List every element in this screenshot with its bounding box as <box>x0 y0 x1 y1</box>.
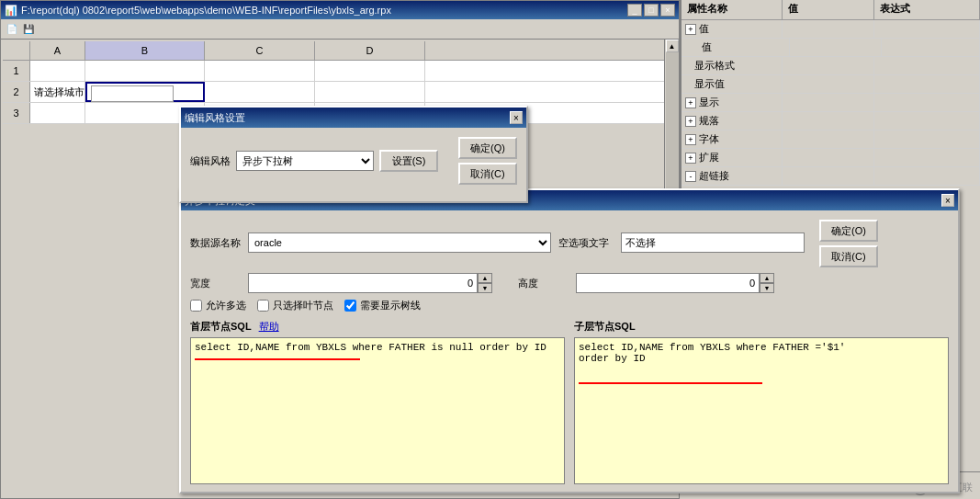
row-num-1: 1 <box>3 61 30 81</box>
prop-name-4: + 显示 <box>681 94 783 111</box>
toolbar: 📄 💾 <box>1 19 679 40</box>
height-input[interactable] <box>576 273 760 293</box>
save-icon[interactable]: 💾 <box>21 22 36 37</box>
list-item: + 规落 <box>681 112 980 130</box>
edit-style-select[interactable]: 异步下拉树 下拉框 文本框 日期 <box>236 151 374 171</box>
minimize-button[interactable]: _ <box>627 4 642 17</box>
new-icon[interactable]: 📄 <box>5 22 19 37</box>
expand-icon-4[interactable]: + <box>685 97 696 108</box>
prop-expr-7[interactable] <box>874 149 980 166</box>
datasource-select[interactable]: oracle mysql sqlserver <box>248 232 551 253</box>
prop-val-8[interactable] <box>783 167 874 185</box>
row-num-2: 2 <box>3 82 30 102</box>
cell-d1[interactable] <box>315 61 425 81</box>
col-header-c: C <box>205 41 315 60</box>
expand-icon-0[interactable]: + <box>685 24 696 35</box>
allow-multi-checkbox[interactable] <box>190 300 202 312</box>
expand-icon-6[interactable]: + <box>685 134 696 145</box>
list-item: 显示值 <box>681 75 980 94</box>
width-input[interactable] <box>248 273 478 293</box>
dialog-style-title-bar: 编辑风格设置 × <box>181 108 526 128</box>
cell-a2[interactable]: 请选择城市: <box>30 82 85 102</box>
prop-val-4[interactable] <box>783 94 874 111</box>
prop-name-0: + 值 <box>681 20 783 38</box>
prop-header-value: 值 <box>783 0 874 19</box>
width-down-button[interactable]: ▼ <box>478 283 492 293</box>
close-button[interactable]: × <box>660 4 675 17</box>
prop-val-1[interactable] <box>790 39 882 56</box>
dialog-style-title-text: 编辑风格设置 <box>185 111 245 125</box>
expand-icon-8[interactable]: - <box>685 171 696 182</box>
dialog-tree: 异步下拉树定义 × 数据源名称 oracle mysql sqlserver 空… <box>179 188 960 493</box>
checkbox-leaf-only: 只选择叶节点 <box>257 299 333 312</box>
cell-b1[interactable] <box>85 61 205 81</box>
top-sql-header: 首层节点SQL 帮助 <box>190 320 565 334</box>
show-lines-label: 需要显示树线 <box>360 299 421 312</box>
prop-expr-6[interactable] <box>874 130 980 148</box>
height-down-button[interactable]: ▼ <box>760 283 774 293</box>
prop-expr-0[interactable] <box>874 20 980 38</box>
leaf-only-checkbox[interactable] <box>257 300 269 312</box>
show-lines-checkbox[interactable] <box>344 300 356 312</box>
tree-cancel-button[interactable]: 取消(C) <box>819 245 878 267</box>
width-up-button[interactable]: ▲ <box>478 273 492 283</box>
height-up-button[interactable]: ▲ <box>760 273 774 283</box>
sub-sql-area[interactable]: select ID,NAME from YBXLS where FATHER =… <box>574 337 949 484</box>
maximize-button[interactable]: □ <box>644 4 659 17</box>
style-cancel-button[interactable]: 取消(C) <box>458 163 517 185</box>
prop-header-expr: 表达式 <box>874 0 980 19</box>
prop-expr-4[interactable] <box>874 94 980 111</box>
prop-expr-1[interactable] <box>882 39 980 56</box>
cell-b2-input[interactable] <box>91 85 174 102</box>
cell-a3[interactable] <box>30 103 85 123</box>
sub-sql-title: 子层节点SQL <box>574 320 636 334</box>
prop-expr-5[interactable] <box>874 112 980 130</box>
expand-icon-5[interactable]: + <box>685 116 696 127</box>
height-spinner: ▲ ▼ <box>576 273 774 293</box>
style-ok-button[interactable]: 确定(Q) <box>458 137 517 159</box>
list-item: + 扩展 <box>681 149 980 167</box>
prop-val-2[interactable] <box>783 57 874 74</box>
datasource-select-wrapper: oracle mysql sqlserver <box>248 232 551 253</box>
expand-icon-7[interactable]: + <box>685 153 696 164</box>
prop-name-7: + 扩展 <box>681 149 783 166</box>
cell-a1[interactable] <box>30 61 85 81</box>
prop-expr-8[interactable] <box>874 167 980 185</box>
prop-val-6[interactable] <box>783 130 874 148</box>
prop-name-5: + 规落 <box>681 112 783 130</box>
col-header-b: B <box>85 41 205 60</box>
checkbox-allow-multi: 允许多选 <box>190 299 246 312</box>
column-headers: A B C D <box>3 41 677 61</box>
prop-name-3: 显示值 <box>681 75 783 93</box>
dialog-tree-body: 数据源名称 oracle mysql sqlserver 空选项文字 确定(O)… <box>181 210 958 492</box>
list-item: 显示格式 <box>681 57 980 75</box>
prop-header-name: 属性名称 <box>681 0 783 19</box>
dialog-tree-close-button[interactable]: × <box>941 194 954 207</box>
sql-section: 首层节点SQL 帮助 select ID,NAME from YBXLS whe… <box>190 320 949 484</box>
prop-val-3[interactable] <box>783 75 874 93</box>
dialog-style-close-button[interactable]: × <box>510 111 523 124</box>
scroll-up-button[interactable]: ▲ <box>666 40 679 52</box>
prop-val-7[interactable] <box>783 149 874 166</box>
cell-c2[interactable] <box>205 82 315 102</box>
prop-expr-3[interactable] <box>874 75 980 93</box>
window-title: F:\report(dql) 0802\report5\web\webapps\… <box>21 5 391 16</box>
checkbox-row: 允许多选 只选择叶节点 需要显示树线 <box>190 299 949 312</box>
settings-button[interactable]: 设置(S) <box>379 150 438 172</box>
dialog-style: 编辑风格设置 × 编辑风格 异步下拉树 下拉框 文本框 日期 设置(S) 确定(… <box>179 106 528 203</box>
dialog-style-buttons: 确定(Q) 取消(C) <box>458 137 517 185</box>
height-label: 高度 <box>518 277 569 290</box>
empty-text-input[interactable] <box>621 232 805 253</box>
prop-expr-2[interactable] <box>874 57 980 74</box>
cell-c1[interactable] <box>205 61 315 81</box>
height-spinner-buttons: ▲ ▼ <box>760 273 774 293</box>
cell-b2[interactable] <box>85 82 205 102</box>
top-sql-panel: 首层节点SQL 帮助 select ID,NAME from YBXLS whe… <box>190 320 565 484</box>
top-sql-area[interactable]: select ID,NAME from YBXLS where FATHER i… <box>190 337 565 484</box>
help-link[interactable]: 帮助 <box>259 320 279 334</box>
datasource-label: 数据源名称 <box>190 236 241 250</box>
cell-d2[interactable] <box>315 82 425 102</box>
prop-val-0[interactable] <box>783 20 874 38</box>
tree-ok-button[interactable]: 确定(O) <box>819 220 878 242</box>
prop-val-5[interactable] <box>783 112 874 130</box>
